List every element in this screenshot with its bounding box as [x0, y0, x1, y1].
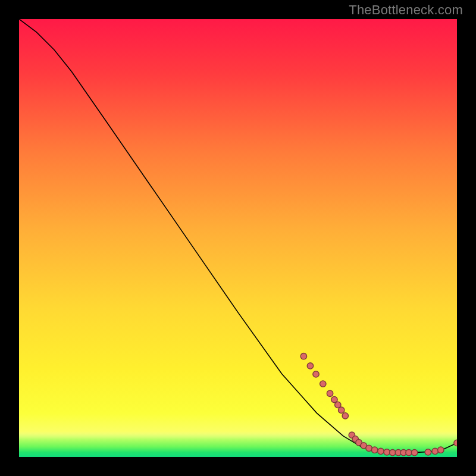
chart-frame: TheBottleneck.com — [0, 0, 476, 476]
curve-marker — [327, 390, 333, 396]
curve-marker — [320, 381, 326, 387]
curve-marker — [438, 447, 444, 453]
curve-marker — [371, 447, 377, 453]
curve-marker — [411, 449, 417, 455]
curve-marker — [406, 449, 412, 455]
gradient-background — [19, 19, 457, 457]
curve-marker — [454, 440, 457, 446]
curve-marker — [432, 448, 438, 454]
curve-marker — [384, 449, 390, 455]
curve-marker — [378, 448, 384, 454]
curve-marker — [342, 413, 348, 419]
curve-marker — [307, 363, 313, 369]
curve-marker — [366, 445, 372, 451]
curve-marker — [300, 353, 306, 359]
plot-area — [19, 19, 457, 457]
chart-svg — [19, 19, 457, 457]
curve-marker — [390, 449, 396, 455]
curve-marker — [313, 371, 319, 377]
watermark-label: TheBottleneck.com — [349, 2, 463, 18]
curve-marker — [339, 407, 345, 413]
curve-marker — [425, 449, 431, 455]
